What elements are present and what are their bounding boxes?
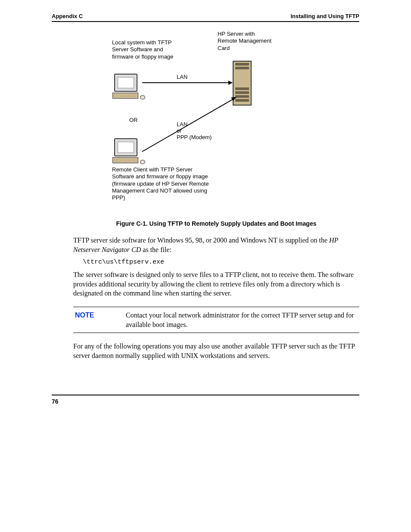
server-label: HP Server with Remote Management Card (218, 31, 274, 52)
page: Appendix C Installing and Using TFTP Loc… (0, 0, 411, 422)
remote-client-label: Remote Client with TFTP Server Software … (112, 166, 215, 201)
lan-label-2: LAN (177, 121, 187, 128)
lan-label-1: LAN (177, 74, 187, 81)
note-box: NOTE Contact your local network administ… (73, 307, 359, 333)
note-label: NOTE (73, 307, 124, 333)
lan-arrow-1-head (228, 81, 233, 85)
content-area: Local system with TFTP Server Software a… (52, 31, 359, 360)
code-path: \ttrc\us\tftpserv.exe (83, 258, 359, 266)
or-label: OR (129, 117, 138, 124)
remote-pc-icon (114, 138, 138, 163)
page-header: Appendix C Installing and Using TFTP (52, 13, 359, 22)
para1-b: as the file: (141, 246, 171, 253)
lan-arrow-1 (142, 82, 230, 83)
page-footer: 76 (52, 395, 359, 405)
or-ppp-label: or (177, 128, 182, 134)
page-number: 76 (52, 398, 59, 405)
paragraph-3: For any of the following operations you … (73, 342, 359, 360)
ppp-label: PPP (Modem) (177, 134, 212, 141)
local-system-label: Local system with TFTP Server Software a… (112, 39, 177, 60)
header-right: Installing and Using TFTP (290, 13, 359, 19)
para1-a: TFTP server side software for Windows 95… (73, 236, 329, 244)
header-left: Appendix C (52, 13, 83, 19)
local-pc-icon (114, 74, 138, 99)
paragraph-1: TFTP server side software for Windows 95… (73, 236, 359, 254)
note-text: Contact your local network administrator… (124, 307, 359, 333)
tftp-diagram: Local system with TFTP Server Software a… (73, 31, 359, 212)
lan-arrow-2 (142, 97, 237, 152)
figure-caption: Figure C-1. Using TFTP to Remotely Suppl… (73, 220, 359, 227)
paragraph-2: The server software is designed only to … (73, 270, 359, 298)
